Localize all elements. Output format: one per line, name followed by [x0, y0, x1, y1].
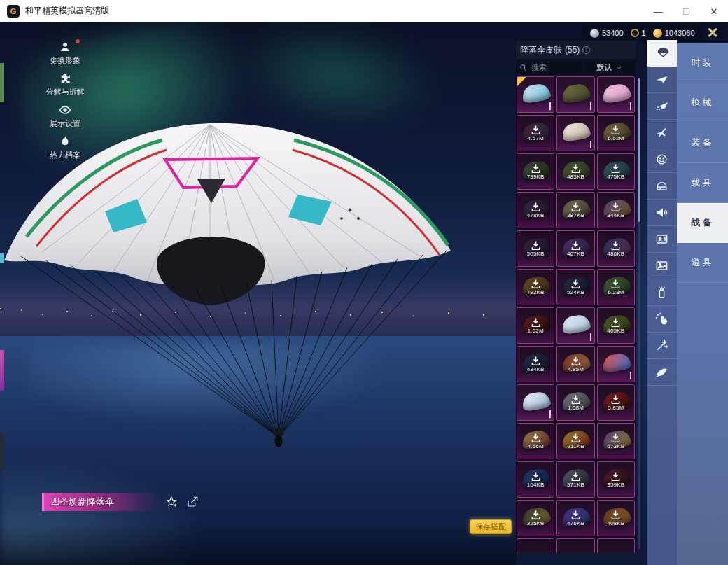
skin-cell[interactable]: 408KB [597, 500, 635, 536]
tab-道具[interactable]: 道具 [677, 243, 728, 283]
download-icon [531, 471, 541, 482]
skin-cell[interactable]: 505KB [517, 230, 554, 267]
notification-badge [76, 39, 80, 43]
skin-cell[interactable]: 405KB [597, 307, 635, 344]
skin-cell[interactable]: 476KB [556, 500, 594, 536]
close-button[interactable]: ✕ [700, 0, 728, 22]
minimize-button[interactable]: — [644, 0, 672, 22]
download-overlay: 344KB [598, 193, 634, 228]
sort-dropdown[interactable]: 默认 [584, 60, 636, 75]
strip-tab-plane[interactable] [647, 120, 677, 146]
tab-战备[interactable]: 战备 [677, 203, 728, 243]
skin-cell[interactable] [517, 76, 554, 113]
maximize-button[interactable] [672, 0, 700, 22]
skin-cell[interactable]: 359KB [597, 461, 635, 498]
strip-tab-wand-effect[interactable] [647, 333, 677, 359]
strip-tab-gallery[interactable] [647, 253, 677, 279]
skin-cell[interactable] [556, 76, 594, 113]
skin-cell[interactable]: 524KB [556, 269, 594, 305]
skin-cell[interactable]: 5.85M [597, 384, 635, 421]
skin-cell[interactable]: 4.66M [517, 423, 554, 459]
skin-cell[interactable] [597, 346, 635, 382]
strip-tab-helmet[interactable] [647, 173, 677, 200]
skin-cell-partial[interactable] [556, 538, 594, 553]
skin-cell[interactable]: 6.52M [597, 115, 635, 151]
strip-tab-parachute[interactable] [647, 40, 677, 67]
download-overlay: 6.52M [598, 116, 634, 151]
currency-item[interactable]: 1043060 [653, 29, 695, 38]
tab-枪械[interactable]: 枪械 [677, 83, 728, 123]
skin-cell-partial[interactable] [517, 538, 554, 553]
skin-cell[interactable]: 6.23M [597, 269, 635, 305]
share-icon[interactable] [186, 496, 199, 508]
download-size: 4.66M [528, 443, 544, 449]
grid-scrollbar[interactable] [638, 78, 640, 549]
skin-cell[interactable] [517, 384, 554, 421]
selected-item-name: 四圣焕新降落伞 [42, 493, 162, 511]
info-icon: i [582, 46, 590, 54]
skin-cell[interactable]: 792KB [517, 269, 554, 305]
window-title: 和平精英模拟器高清版 [25, 5, 109, 17]
close-game-panel-button[interactable]: ✕ [699, 22, 727, 43]
tab-装备[interactable]: 装备 [677, 123, 728, 163]
skin-cell[interactable]: 483KB [556, 153, 594, 190]
tab-载具[interactable]: 载具 [677, 163, 728, 203]
skin-cell[interactable]: 371KB [556, 461, 594, 498]
strip-tab-id-card[interactable] [647, 226, 677, 253]
left-menu-item[interactable]: 展示设置 [41, 104, 90, 129]
download-icon [610, 394, 621, 405]
download-size: 505KB [527, 251, 545, 257]
skin-cell[interactable]: 1.58M [556, 384, 594, 421]
skin-cell[interactable] [556, 307, 594, 344]
skin-cell[interactable]: 739KB [517, 153, 554, 190]
download-overlay: 1.58M [557, 385, 594, 420]
left-menu-item[interactable]: 更换形象 [41, 41, 90, 66]
strip-tab-plane-trail[interactable] [647, 93, 677, 120]
tab-时装[interactable]: 时装 [677, 43, 728, 83]
download-size: 673KB [607, 443, 624, 449]
currency-item[interactable]: 1 [631, 29, 646, 37]
download-icon [531, 125, 541, 135]
save-outfit-button[interactable]: 保存搭配 [470, 519, 512, 534]
skin-cell[interactable]: 475KB [597, 153, 635, 190]
skin-cell[interactable]: 325KB [517, 500, 554, 536]
skin-cell[interactable]: 4.85M [556, 346, 594, 382]
skin-cell[interactable]: 467KB [556, 230, 594, 267]
strip-tab-emote[interactable] [647, 146, 677, 173]
strip-tab-landing-effect[interactable] [647, 359, 677, 386]
download-icon [610, 510, 621, 520]
owned-count-mark [590, 333, 592, 341]
download-icon [531, 510, 541, 520]
currency-item[interactable]: 53400 [590, 29, 624, 38]
skin-cell[interactable]: 673KB [597, 423, 635, 459]
download-overlay: 408KB [598, 501, 634, 536]
skin-cell[interactable]: 478KB [517, 192, 554, 228]
strip-tab-tap-effect[interactable] [647, 306, 677, 333]
download-size: 1.58M [568, 405, 584, 411]
search-box[interactable] [516, 60, 583, 75]
skin-cell[interactable]: 486KB [597, 230, 635, 267]
skin-cell[interactable]: 1.62M [517, 307, 554, 344]
left-menu-item[interactable]: 分解与拆解 [41, 72, 90, 97]
skin-cell[interactable] [556, 115, 594, 151]
star-plus-icon[interactable] [165, 496, 178, 508]
left-menu-item[interactable]: 热力档案 [41, 135, 90, 160]
skin-cell[interactable]: 4.57M [517, 115, 554, 151]
skin-cell[interactable]: 911KB [556, 423, 594, 459]
skin-cell-partial[interactable] [597, 538, 635, 553]
strip-tab-spray[interactable] [647, 279, 677, 306]
download-size: 344KB [607, 212, 624, 218]
skin-cell[interactable]: 434KB [517, 346, 554, 382]
search-input[interactable] [530, 62, 580, 72]
skin-cell[interactable]: 387KB [556, 192, 594, 228]
strip-tab-glider[interactable] [647, 67, 677, 93]
download-size: 483KB [567, 174, 584, 180]
currency-value: 1 [642, 29, 646, 37]
skin-cell[interactable] [597, 76, 635, 113]
category-icon-strip [647, 40, 677, 565]
strip-tab-speaker[interactable] [647, 200, 677, 226]
download-icon [610, 125, 621, 135]
skin-cell[interactable]: 344KB [597, 192, 635, 228]
skin-cell[interactable]: 104KB [517, 461, 554, 498]
scrollbar-thumb[interactable] [638, 78, 640, 222]
